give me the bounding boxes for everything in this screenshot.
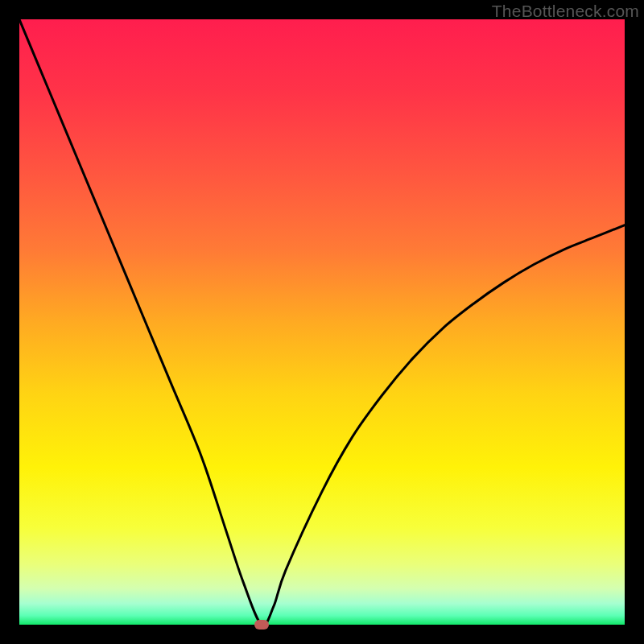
bottleneck-curve — [19, 19, 625, 625]
optimal-point-marker — [254, 620, 269, 630]
chart-container: TheBottleneck.com — [0, 0, 644, 644]
plot-area — [19, 19, 625, 625]
watermark-text: TheBottleneck.com — [492, 2, 639, 21]
